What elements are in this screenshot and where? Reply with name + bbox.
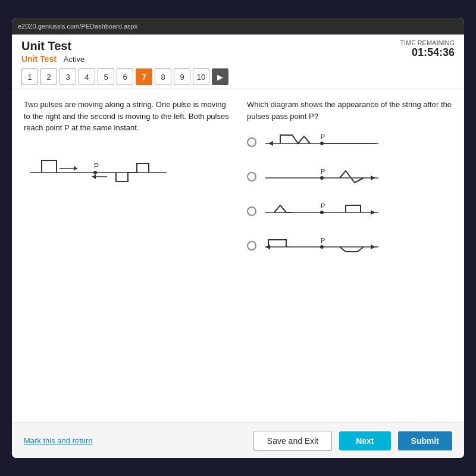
time-value: 01:54:36 <box>400 46 455 59</box>
nav-btn-10[interactable]: 10 <box>193 68 209 85</box>
right-panel: Which diagram shows the appearance of th… <box>247 99 452 422</box>
svg-text:P: P <box>321 237 325 244</box>
option-d-diagram: P <box>262 234 381 258</box>
nav-btn-9[interactable]: 9 <box>174 68 190 85</box>
svg-marker-11 <box>268 141 273 146</box>
option-c-row[interactable]: P <box>247 199 452 223</box>
option-b-diagram: P <box>262 165 381 189</box>
browser-bar: e2020.geniussis.com/PEDashboard.aspx <box>12 18 464 35</box>
svg-text:P: P <box>321 133 325 140</box>
svg-point-22 <box>320 245 324 249</box>
svg-marker-2 <box>74 166 77 171</box>
time-remaining: TIME REMAINING 01:54:36 <box>400 39 455 59</box>
status-badge: Active <box>64 55 84 64</box>
subtitle-label: Unit Test <box>21 54 57 64</box>
option-c-radio[interactable] <box>247 206 256 216</box>
time-label: TIME REMAINING <box>400 39 455 46</box>
option-d-row[interactable]: P <box>247 234 452 258</box>
answer-text: Which diagram shows the appearance of th… <box>247 99 452 122</box>
option-c-diagram: P <box>262 199 381 223</box>
svg-point-3 <box>93 171 97 174</box>
content: Two pulses are moving along a string. On… <box>12 89 464 422</box>
header: Unit Test Unit Test Active TIME REMAININ… <box>12 35 464 89</box>
nav-btn-8[interactable]: 8 <box>155 68 171 85</box>
svg-point-17 <box>320 211 324 214</box>
screen: e2020.geniussis.com/PEDashboard.aspx Uni… <box>12 18 464 458</box>
page-title: Unit Test <box>21 39 84 53</box>
svg-marker-19 <box>371 210 375 215</box>
svg-text:P: P <box>321 202 325 209</box>
option-a-radio[interactable] <box>247 137 256 147</box>
svg-point-13 <box>320 176 324 180</box>
question-text: Two pulses are moving along a string. On… <box>24 99 229 134</box>
nav-btn-3[interactable]: 3 <box>60 68 76 85</box>
question-area: Two pulses are moving along a string. On… <box>24 99 452 422</box>
option-b-radio[interactable] <box>247 172 256 181</box>
nav-btn-1[interactable]: 1 <box>21 68 38 85</box>
svg-marker-24 <box>371 245 375 249</box>
svg-text:P: P <box>321 168 325 175</box>
left-panel: Two pulses are moving along a string. On… <box>24 99 229 422</box>
mark-link[interactable]: Mark this and return <box>24 436 93 445</box>
save-exit-button[interactable]: Save and Exit <box>253 431 332 451</box>
option-a-row[interactable]: P <box>247 130 452 154</box>
nav-btn-7[interactable]: 7 <box>136 68 152 85</box>
next-button[interactable]: Next <box>339 431 390 450</box>
nav-play-btn[interactable]: ▶ <box>212 68 228 85</box>
options-list: P P <box>247 130 452 258</box>
nav-btn-5[interactable]: 5 <box>98 68 114 85</box>
url-bar: e2020.geniussis.com/PEDashboard.aspx <box>18 23 137 30</box>
option-d-radio[interactable] <box>247 241 256 250</box>
svg-marker-15 <box>371 176 375 180</box>
nav-btn-4[interactable]: 4 <box>79 68 95 85</box>
left-diagram: P <box>24 146 229 193</box>
nav-btn-6[interactable]: 6 <box>117 68 133 85</box>
option-a-diagram: P <box>262 130 381 154</box>
nav-btn-2[interactable]: 2 <box>40 68 57 85</box>
option-b-row[interactable]: P <box>247 165 452 189</box>
nav-row: 1 2 3 4 5 6 7 8 9 10 ▶ <box>21 68 455 89</box>
submit-button[interactable]: Submit <box>398 431 452 450</box>
svg-marker-6 <box>92 174 96 179</box>
footer: Mark this and return Save and Exit Next … <box>12 422 464 458</box>
svg-text:P: P <box>94 162 99 170</box>
